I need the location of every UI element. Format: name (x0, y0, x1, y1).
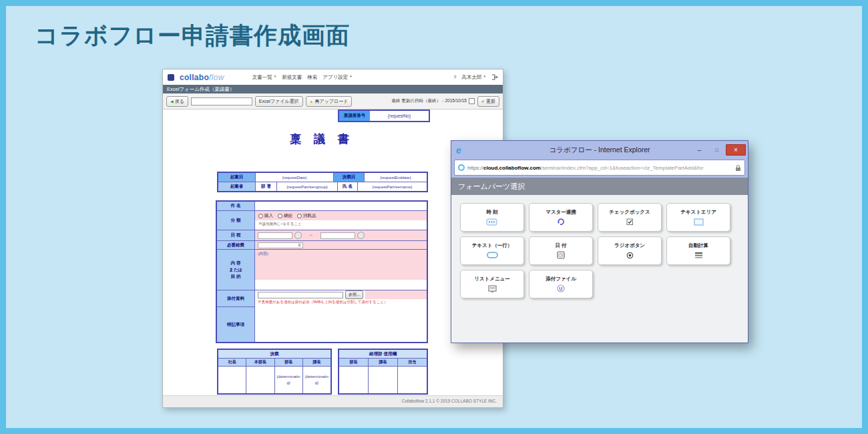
attachment-filler (365, 290, 427, 299)
close-button[interactable]: × (726, 144, 746, 156)
app-footer: Collaboflow 2.1.1 © 2015 COLLABO STYLE I… (163, 395, 503, 407)
dept-value[interactable]: {requestPart/sengroup} (277, 182, 338, 191)
cost-label: 必要経費 (217, 241, 255, 249)
file-select-label: Excelファイル選択 (259, 98, 299, 105)
draft-date-value[interactable]: {requestDate} (256, 173, 334, 182)
form-part-button-radio[interactable]: ラジオボタン (598, 236, 662, 265)
form-part-button-checkbox[interactable]: チェックボックス (598, 203, 662, 232)
attachment-label: 添付資料 (217, 290, 255, 306)
dialog-header: フォームパーツ選択 (451, 178, 748, 195)
list-menu-icon (488, 284, 497, 292)
approval-cell[interactable]: {determinating} (303, 367, 331, 393)
help-button[interactable]: ? (453, 74, 456, 80)
form-part-button-textarea[interactable]: テキストエリア (666, 203, 730, 232)
form-part-button-attachment[interactable]: 添付ファイル (529, 270, 593, 298)
part-label: ラジオボタン (614, 242, 645, 249)
document-title: 稟 議 書 (216, 132, 428, 147)
ie-logo-icon: e (456, 146, 461, 155)
accounting-cell[interactable] (398, 367, 427, 393)
accounting-header: 経理部 使用欄 (339, 350, 427, 359)
column-header: 部長 (339, 359, 369, 366)
form-part-button-date[interactable]: 日 付 (529, 236, 593, 265)
content-spacer (255, 280, 427, 290)
radio-option-continue[interactable]: 継続 (278, 213, 292, 219)
radio-option-purchase[interactable]: 購入 (258, 213, 273, 219)
user-name: 高木太郎 (462, 74, 482, 81)
menu-app-settings[interactable]: アプリ設定▼ (322, 74, 353, 81)
notes-label: 特記事項 (217, 307, 255, 342)
approval-cells: {determinating} {determinating} (218, 367, 331, 393)
logo-text-flow: flow (209, 73, 224, 82)
ie-titlebar[interactable]: e コラボフロー - Internet Explorer – □ × (451, 141, 748, 159)
approval-cell[interactable] (218, 367, 246, 393)
radio-label: 消耗品 (303, 213, 316, 219)
approval-cell[interactable] (246, 367, 274, 393)
form-part-button-time[interactable]: 時 刻 (460, 203, 524, 232)
column-header: 課長 (303, 359, 331, 366)
part-label: リストメニュー (474, 276, 510, 282)
chevron-down-icon: ▼ (274, 75, 276, 79)
date-picker-icon[interactable] (357, 232, 365, 239)
excel-file-select-button[interactable]: Excelファイル選択 (255, 96, 303, 107)
reupload-button[interactable]: ▲再アップロード (306, 96, 353, 107)
column-header: 課長 (369, 359, 398, 366)
radio-icon (626, 251, 634, 259)
url-path: /seminar/index.cfm?app_cd=1&fuseaction=c… (541, 165, 704, 171)
radio-option-consumable[interactable]: 消耗品 (297, 213, 316, 219)
form-parts-grid: 時 刻 マスター連携 チェックボックス テキストエリア テキスト（一行） 日 付… (451, 195, 748, 343)
schedule-start-input[interactable] (258, 232, 292, 239)
maximize-button[interactable]: □ (708, 144, 725, 156)
browse-button[interactable]: 参照... (345, 290, 363, 299)
logout-button[interactable] (491, 74, 498, 80)
attachment-file-input[interactable] (258, 292, 343, 298)
date-picker-icon[interactable] (294, 232, 302, 239)
part-label: 日 付 (555, 242, 566, 249)
textarea-icon (694, 218, 704, 226)
subject-input[interactable] (255, 202, 427, 210)
name-value[interactable]: {requestPart/sername} (358, 182, 427, 191)
help-label: ? (453, 74, 456, 80)
cost-input[interactable]: 0 (258, 242, 303, 248)
form-part-button-auto-calc[interactable]: 自動計算 (666, 236, 730, 265)
update-checkbox[interactable] (469, 98, 475, 104)
subject-label: 件 名 (217, 202, 255, 210)
content-label: 内 容 または 目 的 (217, 250, 255, 290)
category-note: ※該当箇所に○をすること (255, 220, 427, 230)
url-domain: cloud.collaboflow.com (483, 165, 541, 171)
schedule-end-input[interactable] (320, 232, 355, 239)
app-grid-icon[interactable] (168, 74, 174, 81)
menu-new-document[interactable]: 新規文書 (282, 74, 302, 81)
notes-textarea[interactable] (255, 307, 427, 342)
approval-date-label[interactable]: 決裁日 (334, 173, 365, 182)
part-label: 添付ファイル (546, 276, 576, 282)
menu-document-list[interactable]: 文書一覧▼ (252, 74, 276, 81)
url-scheme: https:// (467, 165, 483, 171)
address-bar[interactable]: https://cloud.collaboflow.com/seminar/in… (454, 160, 745, 176)
date-icon (557, 251, 565, 259)
content-label-line: 目 的 (231, 274, 241, 280)
approval-cell[interactable]: {determinating} (275, 367, 303, 393)
accounting-cell[interactable] (369, 367, 398, 393)
part-label: 時 刻 (486, 209, 497, 216)
accounting-cell[interactable] (339, 367, 369, 393)
last-updated-text: 最終 更新の日時（最終）：2015/10/15 (391, 98, 467, 104)
file-name-input[interactable] (191, 97, 252, 105)
minimize-button[interactable]: – (691, 144, 708, 156)
form-part-button-master-link[interactable]: マスター連携 (529, 203, 593, 232)
update-button[interactable]: ✔更新 (477, 96, 499, 107)
request-no-value[interactable]: {requestNo} (370, 111, 429, 121)
form-part-button-list-menu[interactable]: リストメニュー (460, 270, 524, 298)
request-no-field[interactable]: 稟議書番号 {requestNo} (338, 110, 430, 122)
back-button[interactable]: ◀戻る (166, 96, 188, 107)
radio-label: 購入 (264, 213, 273, 219)
user-menu[interactable]: 高木太郎▼ (462, 74, 486, 81)
form-part-button-text-single[interactable]: テキスト（一行） (460, 236, 524, 265)
notes-row: 特記事項 (217, 306, 427, 342)
approval-date-value[interactable]: {requestEnddate} (365, 173, 427, 182)
breadcrumb: Excelフォーム作成（稟議書） (163, 85, 503, 93)
content-textarea[interactable]: (内容) (255, 250, 427, 280)
url-text[interactable]: https://cloud.collaboflow.com/seminar/in… (467, 165, 732, 171)
part-label: 自動計算 (688, 242, 708, 249)
menu-search[interactable]: 検索 (307, 74, 317, 81)
request-no-label[interactable]: 稟議書番号 (339, 111, 370, 121)
